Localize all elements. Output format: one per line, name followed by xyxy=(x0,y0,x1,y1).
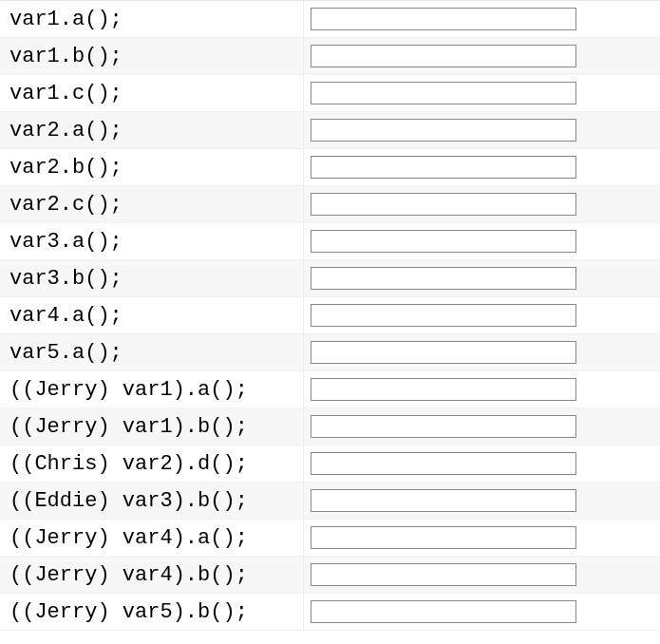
answer-cell xyxy=(304,304,660,327)
expression-label: ((Jerry) var1).a(); xyxy=(0,371,304,408)
answer-input[interactable] xyxy=(311,452,576,475)
expression-label: var2.a(); xyxy=(0,112,304,149)
answer-cell xyxy=(304,45,660,67)
answer-cell xyxy=(304,600,660,623)
answer-cell xyxy=(304,156,660,179)
table-row: var4.a(); xyxy=(0,297,660,334)
expression-table: var1.a(); var1.b(); var1.c(); var2.a(); … xyxy=(0,0,660,631)
answer-input[interactable] xyxy=(311,341,576,364)
table-row: ((Jerry) var4).a(); xyxy=(0,520,660,557)
answer-input[interactable] xyxy=(311,526,576,549)
answer-input[interactable] xyxy=(311,156,576,179)
expression-label: ((Chris) var2).d(); xyxy=(0,445,304,483)
expression-label: var3.a(); xyxy=(0,223,304,260)
table-row: var5.a(); xyxy=(0,334,660,371)
expression-label: var2.b(); xyxy=(0,149,304,186)
expression-label: var4.a(); xyxy=(0,297,304,334)
table-row: var2.c(); xyxy=(0,186,660,223)
answer-input[interactable] xyxy=(311,378,576,401)
expression-label: ((Eddie) var3).b(); xyxy=(0,483,304,520)
expression-label: var1.a(); xyxy=(0,1,304,38)
answer-input[interactable] xyxy=(311,489,576,512)
answer-cell xyxy=(304,230,660,253)
answer-cell xyxy=(304,526,660,549)
expression-label: var1.b(); xyxy=(0,38,304,75)
table-row: ((Eddie) var3).b(); xyxy=(0,483,660,520)
table-row: var2.a(); xyxy=(0,112,660,149)
expression-label: ((Jerry) var4).b(); xyxy=(0,557,304,594)
expression-label: var2.c(); xyxy=(0,186,304,223)
expression-label: ((Jerry) var4).a(); xyxy=(0,520,304,557)
table-row: ((Jerry) var5).b(); xyxy=(0,594,660,631)
answer-input[interactable] xyxy=(311,230,576,253)
answer-cell xyxy=(304,415,660,438)
expression-label: var3.b(); xyxy=(0,260,304,297)
answer-input[interactable] xyxy=(311,600,576,623)
answer-cell xyxy=(304,378,660,401)
answer-cell xyxy=(304,8,660,30)
expression-label: ((Jerry) var5).b(); xyxy=(0,594,304,631)
expression-label: ((Jerry) var1).b(); xyxy=(0,408,304,445)
answer-input[interactable] xyxy=(311,304,576,327)
answer-cell xyxy=(304,341,660,364)
answer-cell xyxy=(304,563,660,586)
table-row: ((Jerry) var4).b(); xyxy=(0,557,660,594)
answer-input[interactable] xyxy=(311,8,576,30)
table-row: var1.c(); xyxy=(0,75,660,112)
expression-label: var1.c(); xyxy=(0,75,304,112)
answer-input[interactable] xyxy=(311,193,576,216)
table-row: var3.b(); xyxy=(0,260,660,297)
answer-cell xyxy=(304,193,660,216)
answer-input[interactable] xyxy=(311,82,576,104)
answer-input[interactable] xyxy=(311,45,576,67)
table-row: var3.a(); xyxy=(0,223,660,260)
answer-cell xyxy=(304,119,660,142)
answer-cell xyxy=(304,489,660,512)
answer-cell xyxy=(304,452,660,475)
table-row: ((Jerry) var1).b(); xyxy=(0,408,660,445)
answer-input[interactable] xyxy=(311,415,576,438)
table-row: var1.a(); xyxy=(0,1,660,38)
answer-input[interactable] xyxy=(311,119,576,142)
expression-label: var5.a(); xyxy=(0,334,304,371)
table-row: var1.b(); xyxy=(0,38,660,75)
answer-cell xyxy=(304,267,660,290)
table-row: ((Chris) var2).d(); xyxy=(0,445,660,483)
answer-cell xyxy=(304,82,660,104)
table-row: var2.b(); xyxy=(0,149,660,186)
table-row: ((Jerry) var1).a(); xyxy=(0,371,660,408)
answer-input[interactable] xyxy=(311,563,576,586)
answer-input[interactable] xyxy=(311,267,576,290)
